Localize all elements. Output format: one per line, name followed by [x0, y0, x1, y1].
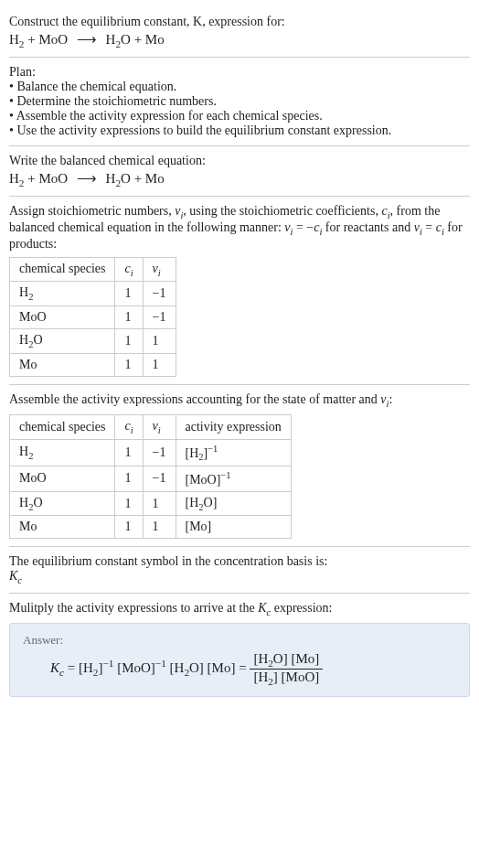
table-row: Mo11[Mo]	[10, 516, 292, 539]
stoich-section: Assign stoichiometric numbers, νi, using…	[9, 197, 470, 385]
balanced-equation: H2 + MoO ⟶ H2O + Mo	[9, 170, 470, 188]
header-cell: νi	[143, 414, 176, 439]
table-row: Mo11	[10, 353, 176, 376]
balanced-title: Write the balanced chemical equation:	[9, 154, 470, 168]
final-title: Mulitply the activity expressions to arr…	[9, 601, 470, 617]
header-cell: chemical species	[10, 414, 115, 439]
activity-title: Assemble the activity expressions accoun…	[9, 392, 470, 409]
kc-symbol-section: The equilibrium constant symbol in the c…	[9, 547, 470, 594]
header-cell: chemical species	[10, 257, 115, 282]
plan-item: • Use the activity expressions to build …	[9, 123, 470, 138]
kc-symbol-line2: Kc	[9, 569, 470, 585]
table-row: H2O11	[10, 329, 176, 354]
table-header-row: chemical species ci νi	[10, 257, 176, 282]
final-section: Mulitply the activity expressions to arr…	[9, 594, 470, 704]
activity-section: Assemble the activity expressions accoun…	[9, 385, 470, 548]
table-row: H21−1	[10, 282, 176, 306]
table-header-row: chemical species ci νi activity expressi…	[10, 414, 292, 439]
answer-formula: Kc = [H2]−1 [MoO]−1 [H2O] [Mo] = [H2O] […	[23, 648, 456, 687]
plan-item: • Determine the stoichiometric numbers.	[9, 94, 470, 109]
header-cell: νi	[143, 257, 176, 282]
stoich-table: chemical species ci νi H21−1 MoO1−1 H2O1…	[9, 257, 176, 377]
header-cell: ci	[115, 257, 143, 282]
header-cell: ci	[115, 414, 143, 439]
table-row: MoO1−1	[10, 306, 176, 329]
table-row: H21−1[H2]−1	[10, 439, 292, 466]
answer-box: Answer: Kc = [H2]−1 [MoO]−1 [H2O] [Mo] =…	[9, 623, 470, 697]
intro-prompt: Construct the equilibrium constant, K, e…	[9, 15, 470, 29]
activity-table: chemical species ci νi activity expressi…	[9, 414, 292, 540]
stoich-intro: Assign stoichiometric numbers, νi, using…	[9, 204, 470, 252]
header-cell: activity expression	[176, 414, 291, 439]
balanced-section: Write the balanced chemical equation: H2…	[9, 146, 470, 197]
table-row: H2O11[H2O]	[10, 491, 292, 516]
plan-section: Plan: • Balance the chemical equation. •…	[9, 58, 470, 146]
kc-symbol-line1: The equilibrium constant symbol in the c…	[9, 554, 470, 569]
intro-equation: H2 + MoO ⟶ H2O + Mo	[9, 31, 470, 49]
answer-label: Answer:	[23, 633, 456, 648]
page-container: Construct the equilibrium constant, K, e…	[0, 0, 479, 712]
plan-item: • Balance the chemical equation.	[9, 80, 470, 94]
plan-item: • Assemble the activity expression for e…	[9, 109, 470, 123]
plan-title: Plan:	[9, 65, 470, 80]
table-row: MoO1−1[MoO]−1	[10, 466, 292, 492]
intro-section: Construct the equilibrium constant, K, e…	[9, 7, 470, 58]
